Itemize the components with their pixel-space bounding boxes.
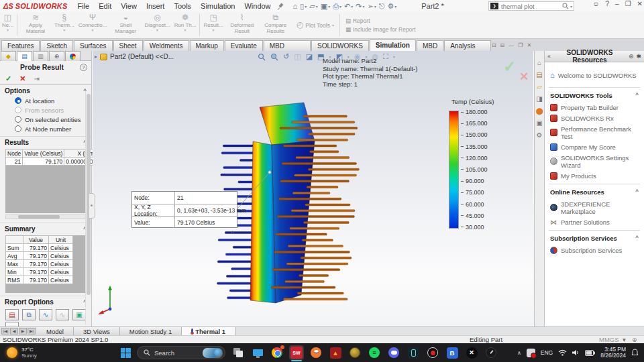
child-restore-icon[interactable]: ❐ [518, 42, 523, 48]
menu-tools[interactable]: Tools [169, 2, 196, 10]
link-my-products[interactable]: My Products [550, 170, 639, 181]
option-at-node-number[interactable]: At Node number [0, 124, 91, 133]
radio-at-location[interactable] [15, 97, 21, 104]
status-globe-icon[interactable]: ⊕ [632, 337, 637, 343]
tab-dimxpert-manager[interactable]: ⊕ [49, 51, 64, 61]
tray-overflow-icon[interactable]: ∧ [517, 350, 521, 356]
callout-collapse-icon[interactable]: ˄ [231, 229, 234, 235]
attach-icon[interactable]: ⎋ [379, 2, 385, 11]
user-account-icon[interactable]: ☺ [592, 0, 599, 7]
link-property-tab-builder[interactable]: Property Tab Builder [550, 102, 639, 113]
confirm-ok-icon[interactable]: ✓ [503, 58, 516, 76]
flyout-arrow-icon[interactable]: ▸ [95, 54, 97, 60]
weather-widget[interactable]: 37°CSunny [0, 347, 121, 359]
select-icon[interactable]: ➢▾ [368, 2, 376, 11]
tab-weldments[interactable]: Weldments [144, 40, 189, 51]
confirm-cancel-icon[interactable]: ✕ [519, 70, 529, 84]
zoom-area-icon[interactable] [270, 53, 278, 61]
tab-solidworks-add-ins[interactable]: SOLIDWORKS Add-Ins [311, 40, 369, 51]
part-tree-root[interactable]: Part2 (Default) <<D... [110, 53, 174, 60]
results-table[interactable]: Node Value (Celsius) X (mm) 21 79.170 0.… [5, 149, 98, 166]
tab-first-button[interactable]: |◀ [1, 328, 9, 335]
phone-link-icon[interactable] [406, 345, 421, 360]
coin-app-icon[interactable] [347, 345, 362, 360]
save-results-button[interactable]: ▤ [5, 309, 19, 320]
probe-help-icon[interactable]: ? [80, 64, 87, 71]
tab-simulation[interactable]: Simulation [370, 40, 416, 51]
gauge-app-icon[interactable] [484, 345, 498, 360]
link-solidworks-rx[interactable]: SOLIDWORKS Rx [550, 113, 639, 123]
new-study-button[interactable]: ◫Ne...▾ [0, 12, 15, 38]
child-close-icon[interactable]: ✕ [527, 42, 531, 48]
taskbar-search[interactable]: Search [137, 346, 225, 359]
resources-pin-icon[interactable]: ✱ [636, 53, 641, 60]
file-explorer-icon[interactable]: ▱ [537, 83, 542, 91]
dock-icon[interactable]: ⊡ [492, 42, 496, 48]
results-horizontal-scrollbar[interactable] [5, 215, 87, 219]
apply-material-button[interactable]: ≋Apply Material [19, 12, 52, 38]
previous-view-icon[interactable]: ↺ [283, 52, 289, 61]
task-pane-home-icon[interactable]: ⌂ [537, 59, 541, 67]
minimize-button[interactable]: – [615, 0, 619, 7]
open-document-icon[interactable]: ▱▾ [309, 2, 317, 11]
record-app-icon[interactable] [425, 345, 440, 360]
volume-icon[interactable] [572, 349, 580, 356]
connections-button[interactable]: ΨConnectio...▾ [76, 12, 109, 38]
save-icon[interactable]: ▣▾ [321, 2, 330, 11]
option-on-selected-entities[interactable]: On selected entities [0, 115, 91, 124]
copy-results-button[interactable]: ⧉ [22, 309, 36, 320]
graphics-viewport[interactable]: ▸ Part2 (Default) <<D... ↺ ◫ ◪ ⬒▾ ◩▾ ◉▾ … [93, 51, 533, 326]
link-partner-solutions[interactable]: ⋈Partner Solutions [550, 217, 639, 227]
include-image-report-button[interactable]: ▦Include Image for Report [345, 26, 416, 33]
menu-insert[interactable]: Insert [142, 2, 170, 10]
new-document-icon[interactable]: ▯▾ [300, 2, 307, 11]
command-search-box[interactable]: ❯ thermal plot ▾ [488, 1, 574, 11]
home-icon[interactable]: ⌂ [293, 2, 298, 10]
results-advisor-button[interactable]: ◳Result...▾ [201, 12, 225, 38]
report-button[interactable]: ▤Report [345, 17, 416, 24]
spotify-icon[interactable]: ≡ [367, 345, 382, 360]
tab-sheet-metal[interactable]: Sheet Metal [113, 40, 143, 51]
link-subscription-services[interactable]: Subscription Services [550, 245, 639, 255]
tray-notification-app-icon[interactable] [527, 349, 535, 357]
menu-edit[interactable]: Edit [94, 2, 116, 10]
link-performance-benchmark[interactable]: Performance Benchmark Test [550, 123, 639, 141]
search-highlight-image[interactable] [203, 348, 223, 358]
tab-surfaces[interactable]: Surfaces [74, 40, 112, 51]
zoom-fit-icon[interactable] [258, 53, 266, 61]
custom-properties-icon[interactable]: ▣ [536, 119, 542, 127]
menu-simulation[interactable]: Simulation [196, 2, 239, 10]
run-study-button[interactable]: ❁Run Th...▾ [172, 12, 199, 38]
tab-configuration-manager[interactable]: ▥ [33, 51, 48, 61]
print-icon[interactable]: ⎙▾ [333, 2, 341, 11]
compare-results-button[interactable]: ⧉Compare Results [259, 12, 292, 38]
results-row[interactable]: 21 79.170 0.00000000 [6, 158, 98, 166]
link-settings-wizard[interactable]: SOLIDWORKS Settings Wizard [550, 152, 639, 170]
menu-window[interactable]: Window [239, 2, 275, 10]
task-pane-settings-icon[interactable]: ⚙ [537, 131, 543, 139]
resources-gear-icon[interactable]: ⊛ [629, 53, 634, 60]
battery-icon[interactable] [585, 350, 595, 356]
cancel-button[interactable]: ✕ [19, 74, 25, 83]
child-minimize-icon[interactable]: — [508, 42, 514, 48]
tab-features[interactable]: Features [1, 40, 40, 51]
wifi-icon[interactable] [558, 349, 567, 356]
status-units[interactable]: MMGS [599, 336, 619, 343]
appearances-icon[interactable]: ⬤ [535, 107, 543, 115]
redo-icon[interactable]: ↷▾ [356, 2, 364, 11]
tab-markup[interactable]: Markup [190, 40, 224, 51]
tab-motion-study-1[interactable]: Motion Study 1 [120, 327, 182, 335]
option-at-location[interactable]: At location [0, 96, 91, 105]
probe-callout[interactable]: Node:21 X, Y, Z Location:0, 1.63e+03, -3… [131, 191, 237, 228]
section-view-icon[interactable]: ◫ [294, 52, 301, 61]
menu-file[interactable]: File [73, 2, 95, 10]
fire-app-icon[interactable]: ▲ [328, 345, 343, 360]
thermal-loads-button[interactable]: §Therm...▾ [52, 12, 76, 38]
radio-at-node-number[interactable] [15, 125, 21, 132]
task-view-button[interactable] [231, 345, 246, 360]
clock-widget[interactable]: 3:45 PM8/26/2024 [600, 347, 626, 359]
tab-display-manager[interactable] [65, 51, 80, 61]
plot-tools-button[interactable]: ◴Plot Tools▾ [292, 12, 338, 38]
chrome-icon[interactable] [270, 345, 284, 360]
search-icon[interactable] [562, 3, 569, 9]
